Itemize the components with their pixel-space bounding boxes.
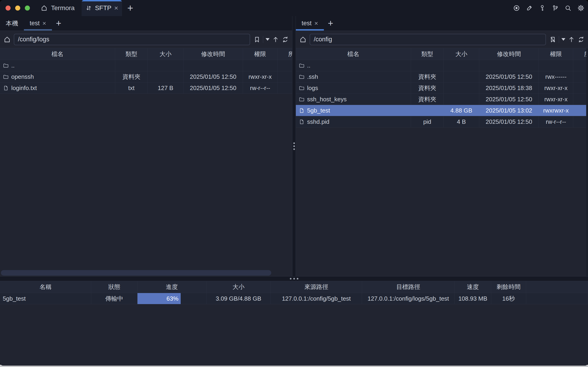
pane-splitter[interactable] (292, 16, 296, 276)
file-row[interactable]: .. (0, 60, 292, 71)
file-size-cell: 127 B (148, 83, 183, 93)
new-session-tab-button[interactable]: + (52, 16, 65, 31)
column-header[interactable]: 權限 (243, 48, 277, 60)
column-header[interactable]: 檔名 (0, 48, 115, 60)
file-size-cell (148, 60, 183, 71)
tab-local[interactable]: 本機 (0, 16, 24, 31)
file-row[interactable]: ssh_host_keys資料夾2025/01/05 12:50rwxr-xr-… (296, 94, 588, 105)
chevron-down-icon[interactable] (265, 38, 270, 41)
settings-icon[interactable] (577, 4, 585, 12)
transfer-column-header[interactable]: 進度 (137, 281, 206, 293)
tab-session-test[interactable]: test × (296, 16, 324, 31)
column-header[interactable]: 大小 (148, 48, 183, 60)
transfer-column-header[interactable]: 速度 (455, 281, 491, 293)
column-header[interactable]: 修改時間 (479, 48, 539, 60)
vertical-scrollbar[interactable] (586, 48, 588, 276)
transfer-source-cell: 127.0.0.1:/config/5gb_test (271, 293, 362, 304)
path-input[interactable] (14, 34, 250, 45)
column-header[interactable]: 所 (277, 48, 292, 60)
splitter-dot (293, 278, 295, 280)
horizontal-scrollbar[interactable] (1, 270, 271, 275)
transfer-column-header[interactable]: 剩餘時間 (491, 281, 526, 293)
tab-session-test[interactable]: test × (24, 16, 52, 31)
file-row[interactable]: loginfo.txttxt127 B2025/01/05 12:50rw-r-… (0, 83, 292, 94)
tab-sftp[interactable]: SFTP × (82, 0, 122, 16)
column-header[interactable]: 檔名 (296, 48, 411, 60)
file-row[interactable]: 5gb_test4.88 GB2025/01/05 13:02rwxrwxr-x (296, 105, 588, 116)
transfer-splitter[interactable] (0, 276, 588, 281)
column-header[interactable]: 類型 (115, 48, 148, 60)
termora-window: Termora SFTP × + 本機 test (0, 0, 588, 366)
transfer-row[interactable]: 5gb_test傳輸中63%3.09 GB/4.88 GB127.0.0.1:/… (0, 293, 588, 304)
minimize-window-button[interactable] (15, 6, 20, 11)
refresh-icon[interactable] (281, 36, 289, 43)
splitter-dot (297, 278, 298, 280)
file-type-cell (115, 60, 148, 71)
bookmark-icon[interactable] (253, 36, 261, 43)
progress-bar: 63% (137, 293, 181, 304)
close-icon[interactable]: × (114, 5, 118, 11)
refresh-icon[interactable] (577, 36, 585, 43)
record-icon[interactable] (513, 4, 520, 12)
file-type-cell: 資料夾 (115, 71, 148, 82)
path-input[interactable] (310, 34, 546, 45)
chevron-down-icon[interactable] (561, 38, 565, 41)
search-icon[interactable] (564, 4, 572, 12)
file-row[interactable]: sshd.pidpid4 B2025/01/05 12:50rw-r--r-- (296, 116, 588, 127)
column-header[interactable]: 所 (573, 48, 588, 60)
column-header[interactable]: 大小 (444, 48, 479, 60)
column-header[interactable]: 修改時間 (183, 48, 243, 60)
transfer-name-cell: 5gb_test (0, 293, 91, 304)
file-row[interactable]: .ssh資料夾2025/01/05 12:50rwx------ (296, 71, 588, 83)
file-size-cell (444, 83, 479, 93)
transfer-column-header[interactable]: 大小 (206, 281, 271, 293)
edit-icon[interactable] (526, 4, 533, 12)
file-modified-cell: 2025/01/05 12:50 (479, 116, 539, 127)
file-row[interactable]: .. (296, 60, 588, 71)
traffic-lights (0, 0, 40, 16)
file-name-cell: sshd.pid (296, 116, 411, 127)
file-size-cell (444, 71, 479, 82)
file-icon (3, 85, 9, 91)
home-icon[interactable] (299, 36, 307, 43)
new-tab-button[interactable]: + (122, 0, 139, 16)
up-directory-icon[interactable] (568, 36, 575, 43)
key-icon[interactable] (538, 4, 546, 12)
transfer-column-header[interactable]: 名稱 (0, 281, 91, 293)
home-icon[interactable] (3, 36, 11, 43)
file-type-cell (411, 105, 444, 116)
transfer-column-header[interactable]: 狀態 (91, 281, 137, 293)
up-directory-icon[interactable] (272, 36, 279, 43)
zoom-window-button[interactable] (25, 6, 30, 11)
file-permissions-cell: rw-r--r-- (243, 83, 277, 93)
file-row[interactable]: openssh資料夾2025/01/05 12:50rwxr-xr-x (0, 71, 292, 83)
file-permissions-cell: rwxr-xr-x (243, 71, 277, 82)
close-window-button[interactable] (6, 6, 11, 11)
folder-icon (3, 74, 9, 80)
file-permissions-cell: rwxrwxr-x (539, 105, 573, 116)
bookmark-slash-icon[interactable] (549, 36, 556, 43)
column-header[interactable]: 權限 (539, 48, 573, 60)
transfer-remaining-cell: 16秒 (491, 293, 526, 304)
tab-termora-home[interactable]: Termora (40, 0, 82, 16)
file-name-cell: ssh_host_keys (296, 94, 411, 105)
transfer-column-header[interactable] (526, 281, 588, 293)
column-header[interactable]: 類型 (411, 48, 444, 60)
titlebar-actions (513, 0, 585, 16)
transfer-column-header[interactable]: 目標路徑 (362, 281, 455, 293)
transfer-column-header[interactable]: 來源路徑 (271, 281, 362, 293)
right-pathbar (296, 31, 588, 48)
file-name: sshd.pid (307, 118, 329, 125)
keychain-icon[interactable] (551, 4, 559, 12)
file-size-cell: 4.88 GB (444, 105, 479, 116)
file-name: ssh_host_keys (307, 96, 347, 103)
close-icon[interactable]: × (315, 20, 318, 27)
file-name-cell: .. (296, 60, 411, 71)
transfer-progress-cell: 63% (137, 293, 206, 304)
file-modified-cell: 2025/01/05 12:50 (183, 83, 243, 93)
new-session-tab-button[interactable]: + (324, 16, 337, 31)
file-row[interactable]: logs資料夾2025/01/05 18:38rwxr-xr-x (296, 83, 588, 94)
close-icon[interactable]: × (43, 20, 46, 27)
file-owner-cell (573, 116, 588, 127)
splitter-dot (293, 145, 295, 147)
